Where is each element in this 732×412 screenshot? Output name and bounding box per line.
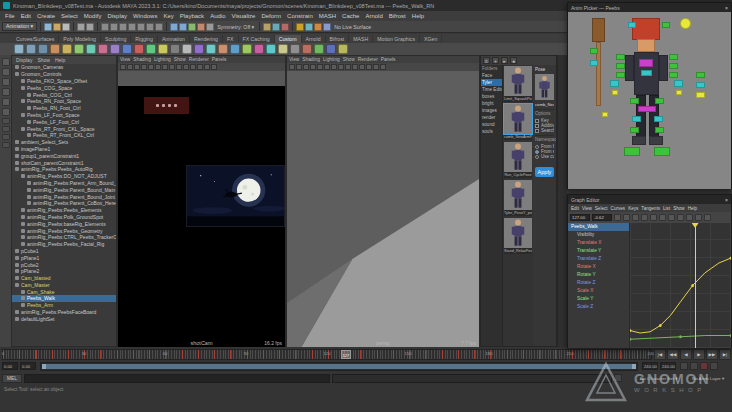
ge-menu-tangents[interactable]: Tangents <box>641 206 660 211</box>
pose-thumbnail[interactable] <box>504 180 532 210</box>
transport-button[interactable]: ◀◀ <box>667 349 679 360</box>
ge-toolbar-icon[interactable] <box>695 214 702 221</box>
outliner-row[interactable]: animRig_Peebs:Peebs_Geometry <box>12 227 116 234</box>
ge-time-cursor[interactable] <box>695 223 696 348</box>
ge-toolbar-icon[interactable] <box>659 214 666 221</box>
keyframe-dot[interactable] <box>691 284 694 287</box>
outliner-row[interactable]: Peebs_Arm <box>12 302 116 309</box>
graph-editor-close-icon[interactable]: × <box>725 197 728 203</box>
pose-folder-item[interactable]: boxes <box>481 93 502 100</box>
ge-toolbar-icon[interactable] <box>677 214 684 221</box>
animation-end-field[interactable]: 240.00 <box>660 362 676 370</box>
status-icon[interactable] <box>197 23 205 31</box>
outliner-row[interactable]: animRig_Peebs:Polk_GroundSpot <box>12 214 116 221</box>
character-set-dropdown[interactable]: No Character Set ▾ <box>640 376 677 381</box>
layout-four[interactable] <box>2 126 10 132</box>
time-slider[interactable]: 0306090120150180210240127 <box>2 349 652 360</box>
outliner-row[interactable]: animRig_Peebs:Peebs_Facial_Rig <box>12 241 116 248</box>
viewport-shotcam[interactable]: ViewShadingLightingShowRendererPanels <box>117 55 286 347</box>
picker-control[interactable] <box>616 72 625 78</box>
status-icon[interactable] <box>155 23 163 31</box>
shelf-tab-bifrost[interactable]: Bifrost <box>326 35 350 43</box>
picker-close-icon[interactable]: × <box>725 5 728 11</box>
shelf-icon[interactable] <box>146 44 156 54</box>
range-slider-bar[interactable] <box>42 364 636 369</box>
pose-card[interactable]: Stand_RelaxPose <box>504 218 532 254</box>
viewport-toolbar-icon[interactable] <box>366 64 372 70</box>
status-icon[interactable] <box>119 23 127 31</box>
shelf-icon[interactable] <box>170 44 180 54</box>
viewport-toolbar-icon[interactable] <box>331 64 337 70</box>
graph-editor-curve-view[interactable] <box>630 223 731 348</box>
outliner-row[interactable]: group1_parentConstraint1 <box>12 152 116 159</box>
picker-control[interactable] <box>669 72 678 78</box>
shelf-tab-custom[interactable]: Custom <box>275 35 302 43</box>
ge-menu-show[interactable]: Show <box>673 206 685 211</box>
status-icon[interactable] <box>272 23 280 31</box>
picker-control[interactable] <box>669 63 678 69</box>
outliner-row[interactable]: Peebs_RN_Foot_Space <box>12 98 116 105</box>
status-icon[interactable] <box>62 23 70 31</box>
select-tool[interactable] <box>2 58 10 66</box>
picker-control[interactable] <box>696 92 705 98</box>
outliner-row[interactable]: animRig_Peebs:PeebsFaceBoard <box>12 309 116 316</box>
picker-control[interactable] <box>616 63 625 69</box>
ge-toolbar-icon[interactable] <box>650 214 657 221</box>
keyframe-dot[interactable] <box>630 329 631 332</box>
ge-channel-row[interactable]: Rotate Z <box>568 279 629 287</box>
pose-toolbar-icon[interactable]: ▸ <box>501 57 508 64</box>
ge-channel-row[interactable]: Scale X <box>568 287 629 295</box>
status-icon[interactable] <box>305 23 313 31</box>
range-start-handle[interactable] <box>42 364 46 369</box>
ge-toolbar-icon[interactable] <box>632 214 639 221</box>
shelf-icon[interactable] <box>302 44 312 54</box>
outliner-row[interactable]: animRig_Peebs:Parent_CoBox_Here <box>12 200 116 207</box>
panel-menu-show[interactable]: Show <box>343 57 355 62</box>
shelf-icon[interactable] <box>134 44 144 54</box>
animation-preferences-icon[interactable] <box>710 362 718 370</box>
outliner-row[interactable]: Peebs_LF_Foot_Ctrl <box>12 118 116 125</box>
shelf-icon[interactable] <box>14 44 24 54</box>
pose-thumbnail[interactable] <box>504 142 532 172</box>
status-icon[interactable] <box>128 23 136 31</box>
outliner-row[interactable]: ambient_Select_Sets <box>12 139 116 146</box>
viewport-toolbar-icon[interactable] <box>197 64 203 70</box>
pose-folder-item[interactable]: Face <box>481 72 502 79</box>
picker-control[interactable] <box>630 98 639 104</box>
viewport-toolbar-icon[interactable] <box>380 64 386 70</box>
outliner-row[interactable]: animRig_Peebs:Parent_Bound_Main <box>12 186 116 193</box>
shelf-icon[interactable] <box>62 44 72 54</box>
shelf-icon[interactable] <box>314 44 324 54</box>
scale-tool[interactable] <box>2 108 10 116</box>
range-end-handle[interactable] <box>632 364 636 369</box>
checkbox[interactable] <box>535 129 539 133</box>
anim-curve-translateY[interactable] <box>630 258 731 333</box>
ge-channel-row[interactable]: Rotate X <box>568 263 629 271</box>
radio-button[interactable] <box>535 155 539 159</box>
status-icon[interactable] <box>296 23 304 31</box>
panel-menu-lighting[interactable]: Lighting <box>323 57 340 62</box>
status-icon[interactable] <box>44 23 52 31</box>
namespace-radio-row[interactable]: Use custom <box>535 154 554 159</box>
outliner-row[interactable]: animRig_Peebs:Peebs_Elements <box>12 207 116 214</box>
shelf-tab-poly-modeling[interactable]: Poly Modeling <box>59 35 101 43</box>
viewport-toolbar-icon[interactable] <box>190 64 196 70</box>
menu-modify[interactable]: Modify <box>81 13 105 19</box>
viewport-toolbar-icon[interactable] <box>338 64 344 70</box>
status-icon[interactable] <box>179 23 187 31</box>
move-tool[interactable] <box>2 88 10 96</box>
transport-button[interactable]: ▶ <box>693 349 705 360</box>
ge-toolbar-icon[interactable] <box>614 214 621 221</box>
shelf-icon[interactable] <box>194 44 204 54</box>
viewport-toolbar-icon[interactable] <box>359 64 365 70</box>
outliner-row[interactable]: pCube2 <box>12 261 116 268</box>
shelf-tab-arnold[interactable]: Arnold <box>302 35 326 43</box>
pose-folder-item[interactable]: souls <box>481 128 502 135</box>
shelf-icon[interactable] <box>266 44 276 54</box>
ge-menu-edit[interactable]: Edit <box>571 206 579 211</box>
transport-button[interactable]: ▶| <box>719 349 731 360</box>
menu-audio[interactable]: Audio <box>207 13 228 19</box>
panel-menu-view[interactable]: View <box>120 57 130 62</box>
pose-folder-item[interactable]: bright <box>481 100 502 107</box>
status-icon[interactable] <box>188 23 196 31</box>
